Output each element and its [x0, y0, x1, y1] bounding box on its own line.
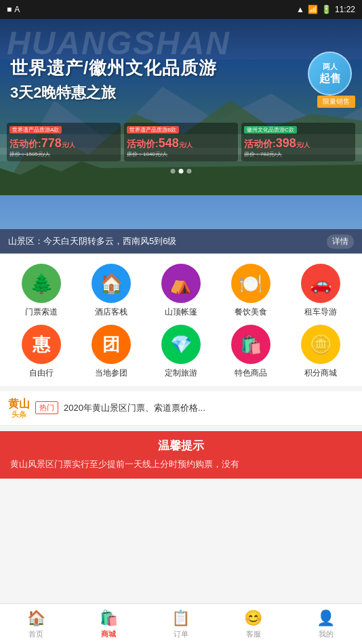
- product-tab-a[interactable]: 世界遗产品质游A款 活动价:778元/人 原价：1505元/人: [7, 123, 121, 161]
- product-tab-c[interactable]: 徽州文化品质游C款 活动价:398元/人 原价：782元/人: [241, 123, 355, 161]
- bottom-nav: 🏠 首页 🛍️ 商城 📋 订单 😊 客服 👤 我的: [0, 603, 362, 644]
- banner-section: HUANGSHAN 世界遗产/徽州文化品质游 3天2晚特惠之旅 两人: [0, 19, 362, 229]
- dot-2[interactable]: [179, 169, 184, 174]
- points-label: 积分商城: [304, 367, 337, 379]
- home-icon: 🏠: [27, 609, 45, 627]
- brand-name-big: 黄山: [8, 398, 30, 410]
- mine-icon: 👤: [317, 609, 335, 627]
- carousel-dots: [171, 169, 192, 174]
- nav-home[interactable]: 🏠 首页: [0, 609, 73, 639]
- dot-1[interactable]: [171, 169, 176, 174]
- shop-icon: 🛍️: [100, 609, 118, 627]
- mine-label: 我的: [319, 629, 334, 639]
- news-text: 2020年黄山景区门票、索道票价格...: [64, 402, 354, 414]
- carrier-info: ■ A: [7, 5, 20, 14]
- news-section[interactable]: 黄山 头条 热门 2020年黄山景区门票、索道票价格...: [0, 391, 362, 426]
- tickets-label: 门票索道: [25, 306, 58, 318]
- goods-icon: 🛍️: [231, 325, 270, 364]
- two-person-badge: 两人 起售: [308, 52, 352, 96]
- camping-label: 山顶帐篷: [165, 306, 197, 318]
- warm-notice: 温馨提示 黄山风景区门票实行至少提前一天线上分时预约购票，没有: [0, 431, 362, 479]
- service-icon: 😊: [244, 609, 262, 627]
- nav-mine[interactable]: 👤 我的: [289, 609, 362, 639]
- product-tab-b[interactable]: 世界遗产品质游B款 活动价:548元/人 原价：1040元/人: [124, 123, 238, 161]
- warm-notice-content: 黄山风景区门票实行至少提前一天线上分时预约购票，没有: [10, 458, 352, 471]
- weather-bar: 山景区：今天白天阴转多云，西南风5到6级 详情: [0, 229, 362, 254]
- nav-order[interactable]: 📋 订单: [145, 609, 218, 639]
- wifi-icon: 📶: [308, 5, 318, 14]
- free-icon: 惠: [22, 325, 61, 364]
- home-label: 首页: [28, 629, 43, 639]
- shop-label: 商城: [101, 629, 116, 639]
- weather-text: 山景区：今天白天阴转多云，西南风5到6级: [8, 235, 176, 247]
- hot-tag: 热门: [35, 401, 58, 414]
- detail-link[interactable]: 详情: [327, 235, 354, 249]
- custom-icon: 💎: [161, 325, 201, 364]
- icon-item-hotel[interactable]: 🏠 酒店客栈: [84, 264, 138, 318]
- food-label: 餐饮美食: [235, 306, 267, 318]
- battery-icon: 🔋: [321, 5, 331, 14]
- order-icon: 📋: [172, 609, 190, 627]
- brand-logo: 黄山 头条: [8, 398, 30, 418]
- status-bar: ■ A ▲ 📶 🔋 11:22: [0, 0, 362, 19]
- carrier-label: ■: [7, 5, 12, 14]
- tickets-icon: 🌲: [22, 264, 61, 303]
- signal-icon: ▲: [296, 5, 304, 14]
- custom-label: 定制旅游: [165, 367, 197, 379]
- group-label: 当地参团: [95, 367, 127, 379]
- goods-label: 特色商品: [235, 367, 267, 379]
- badge-line2: 起售: [319, 72, 341, 86]
- nav-shop[interactable]: 🛍️ 商城: [73, 609, 145, 639]
- carrier-name: A: [14, 5, 20, 14]
- icon-item-custom[interactable]: 💎 定制旅游: [154, 325, 208, 379]
- icon-row-1: 🌲 门票索道 🏠 酒店客栈 ⛺ 山顶帐篷 🍽️ 餐饮美食 🚗: [7, 264, 355, 318]
- warm-notice-title: 温馨提示: [10, 438, 352, 454]
- time-display: 11:22: [335, 5, 355, 14]
- icon-item-camping[interactable]: ⛺ 山顶帐篷: [154, 264, 208, 318]
- hotel-label: 酒店客栈: [95, 306, 127, 318]
- hotel-icon: 🏠: [92, 264, 131, 303]
- icon-item-free[interactable]: 惠 自由行: [14, 325, 68, 379]
- camping-icon: ⛺: [161, 264, 201, 303]
- icon-item-car[interactable]: 🚗 租车导游: [294, 264, 348, 318]
- food-icon: 🍽️: [231, 264, 270, 303]
- icon-item-food[interactable]: 🍽️ 餐饮美食: [224, 264, 278, 318]
- icon-item-tickets[interactable]: 🌲 门票索道: [14, 264, 68, 318]
- icon-grid: 🌲 门票索道 🏠 酒店客栈 ⛺ 山顶帐篷 🍽️ 餐饮美食 🚗: [0, 254, 362, 386]
- points-icon: 🪙: [301, 325, 340, 364]
- icon-item-goods[interactable]: 🛍️ 特色商品: [224, 325, 278, 379]
- service-label: 客服: [246, 629, 261, 639]
- order-label: 订单: [174, 629, 188, 639]
- brand-name-small: 头条: [12, 410, 26, 418]
- headline-line1: 世界遗产/徽州文化品质游: [10, 56, 217, 80]
- group-icon: 团: [92, 325, 131, 364]
- icon-row-2: 惠 自由行 团 当地参团 💎 定制旅游 🛍️ 特色商品 🪙 积分: [7, 325, 355, 379]
- nav-service[interactable]: 😊 客服: [217, 609, 289, 639]
- free-label: 自由行: [29, 367, 54, 379]
- system-status: ▲ 📶 🔋 11:22: [296, 5, 355, 14]
- headline-line2: 3天2晚特惠之旅: [10, 83, 217, 103]
- badge-line1: 两人: [323, 62, 338, 72]
- dot-3[interactable]: [187, 169, 192, 174]
- icon-item-group[interactable]: 团 当地参团: [84, 325, 138, 379]
- car-icon: 🚗: [301, 264, 340, 303]
- banner-headline: 世界遗产/徽州文化品质游 3天2晚特惠之旅: [10, 56, 217, 103]
- icon-item-points[interactable]: 🪙 积分商城: [294, 325, 348, 379]
- product-tabs[interactable]: 世界遗产品质游A款 活动价:778元/人 原价：1505元/人 世界遗产品质游B…: [7, 123, 355, 161]
- ribbon-badge: 限量销售: [317, 96, 355, 108]
- car-label: 租车导游: [304, 306, 337, 318]
